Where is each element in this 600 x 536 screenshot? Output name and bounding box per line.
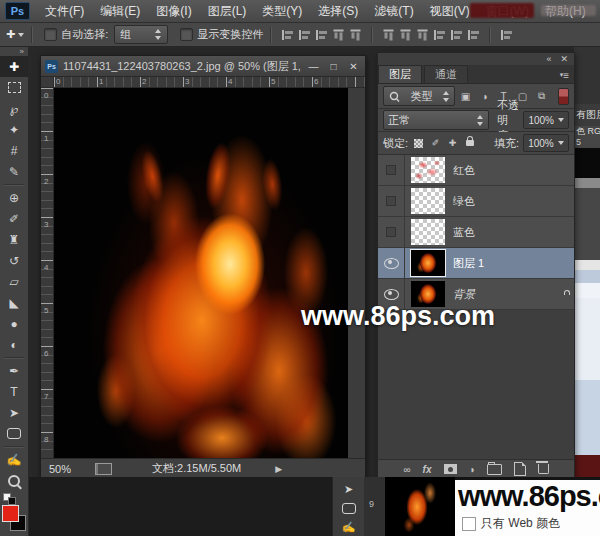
filter-pixel-layers-icon[interactable]: ▣ bbox=[457, 88, 474, 104]
hand-tool[interactable]: ✍ bbox=[0, 449, 28, 470]
align-right-edges-icon[interactable] bbox=[315, 29, 328, 41]
panel-menu-icon[interactable]: ▾≡ bbox=[560, 67, 569, 83]
filter-smart-objects-icon[interactable]: ⧉ bbox=[533, 88, 550, 104]
layer-thumbnail[interactable] bbox=[411, 157, 445, 183]
lasso-tool[interactable]: ℘ bbox=[0, 98, 28, 119]
pen-tool[interactable]: ✒ bbox=[0, 360, 28, 381]
tool-preset-caret-icon[interactable] bbox=[18, 33, 24, 37]
layer-name[interactable]: 蓝色 bbox=[453, 225, 574, 240]
align-bottom-edges-icon[interactable] bbox=[383, 28, 395, 41]
new-group-icon[interactable] bbox=[487, 464, 502, 475]
move-tool-preset-icon[interactable]: ✚ bbox=[6, 28, 15, 41]
move-tool[interactable]: ✚ bbox=[0, 56, 28, 77]
brush-tool[interactable]: ✐ bbox=[0, 208, 28, 229]
filter-toggle-switch[interactable] bbox=[558, 88, 569, 105]
document-title-bar[interactable]: Ps 11074431_122403780263_2.jpg @ 50% (图层… bbox=[41, 56, 365, 77]
adjustment-layer-icon[interactable]: ◑ bbox=[469, 464, 475, 475]
auto-select-checkbox[interactable] bbox=[44, 28, 57, 41]
move-icon: ✚ bbox=[9, 60, 19, 74]
web-colors-checkbox[interactable] bbox=[462, 517, 476, 531]
lock-transparency-icon[interactable] bbox=[412, 137, 425, 150]
visibility-toggle[interactable] bbox=[378, 155, 405, 185]
align-h-centers-icon[interactable] bbox=[298, 29, 311, 41]
visibility-toggle[interactable] bbox=[378, 248, 405, 278]
distribute-top-icon[interactable] bbox=[400, 28, 412, 41]
lock-all-icon[interactable] bbox=[463, 137, 476, 150]
maximize-button[interactable]: □ bbox=[326, 61, 341, 72]
status-options-arrow-icon[interactable]: ▶ bbox=[275, 464, 282, 474]
add-mask-icon[interactable] bbox=[444, 464, 457, 474]
menu-edit[interactable]: 编辑(E) bbox=[92, 0, 148, 22]
history-brush-tool[interactable]: ↺ bbox=[0, 250, 28, 271]
distribute-right-icon[interactable] bbox=[467, 29, 480, 41]
toolbar-collapse-icon[interactable]: » bbox=[20, 47, 28, 56]
minimize-button[interactable]: — bbox=[306, 61, 321, 72]
distribute-h-centers-icon[interactable] bbox=[450, 29, 463, 41]
healing-brush-tool[interactable]: ⊕ bbox=[0, 187, 28, 208]
distribute-v-centers-icon[interactable] bbox=[417, 28, 429, 41]
layer-name[interactable]: 图层 1 bbox=[453, 256, 574, 271]
blur-tool[interactable]: ● bbox=[0, 313, 28, 334]
gradient-tool[interactable]: ◣ bbox=[0, 292, 28, 313]
panel-close-icon[interactable]: ✕ bbox=[560, 54, 568, 65]
menu-image[interactable]: 图像(I) bbox=[148, 0, 199, 22]
layer-row-blue[interactable]: 蓝色 bbox=[378, 217, 574, 248]
align-top-edges-icon[interactable] bbox=[333, 28, 345, 41]
menu-select[interactable]: 选择(S) bbox=[310, 0, 366, 22]
tab-layers[interactable]: 图层 bbox=[378, 65, 422, 83]
layer-name[interactable]: 背景 bbox=[453, 287, 563, 302]
show-transform-checkbox[interactable] bbox=[180, 28, 193, 41]
distribute-left-icon[interactable] bbox=[433, 29, 446, 41]
lock-pixels-icon[interactable]: ✐ bbox=[429, 137, 442, 150]
shape-tool[interactable] bbox=[0, 423, 28, 444]
visibility-toggle[interactable] bbox=[378, 186, 405, 216]
eyedropper-tool[interactable]: ✎ bbox=[0, 161, 28, 182]
fill-field[interactable]: 100% bbox=[523, 134, 569, 152]
default-colors-icon[interactable] bbox=[8, 497, 16, 505]
menu-filter[interactable]: 滤镜(T) bbox=[366, 0, 421, 22]
eraser-tool[interactable]: ▱ bbox=[0, 271, 28, 292]
layer-thumbnail[interactable] bbox=[411, 219, 445, 245]
opacity-field[interactable]: 100% bbox=[523, 111, 569, 129]
fire-photo[interactable] bbox=[54, 88, 348, 459]
tab-channels[interactable]: 通道 bbox=[424, 65, 468, 83]
canvas-area[interactable] bbox=[54, 88, 365, 459]
marquee-tool[interactable] bbox=[0, 77, 28, 98]
background-window-fragment bbox=[574, 148, 600, 178]
layer-thumbnail[interactable] bbox=[411, 188, 445, 214]
layer-name[interactable]: 红色 bbox=[453, 163, 574, 178]
layer-style-icon[interactable]: fx bbox=[423, 464, 432, 475]
filter-adjustment-layers-icon[interactable]: ◑ bbox=[476, 88, 493, 104]
close-button[interactable]: ✕ bbox=[346, 61, 361, 72]
menu-type[interactable]: 类型(Y) bbox=[254, 0, 310, 22]
layer-row-green[interactable]: 绿色 bbox=[378, 186, 574, 217]
auto-select-dropdown[interactable]: 组 bbox=[114, 25, 168, 44]
menu-file[interactable]: 文件(F) bbox=[37, 0, 92, 22]
type-tool[interactable]: T bbox=[0, 381, 28, 402]
3d-mode-icon[interactable] bbox=[500, 29, 513, 41]
foreground-color-swatch[interactable] bbox=[2, 505, 19, 522]
zoom-tool[interactable] bbox=[0, 470, 28, 491]
zoom-level-field[interactable]: 50% bbox=[49, 463, 83, 475]
visibility-toggle[interactable] bbox=[378, 217, 405, 247]
lock-position-icon[interactable]: ✚ bbox=[446, 137, 459, 150]
updown-arrows-icon bbox=[155, 29, 162, 40]
quick-selection-tool[interactable]: ✦ bbox=[0, 119, 28, 140]
new-layer-icon[interactable] bbox=[514, 462, 526, 476]
clone-stamp-tool[interactable]: ♜ bbox=[0, 229, 28, 250]
path-selection-tool[interactable]: ➤ bbox=[0, 402, 28, 423]
layer-row-red[interactable]: 红色 bbox=[378, 155, 574, 186]
layer-name[interactable]: 绿色 bbox=[453, 194, 574, 209]
filter-type-dropdown[interactable]: 类型 bbox=[383, 86, 455, 106]
layer-row-layer1[interactable]: 图层 1 bbox=[378, 248, 574, 279]
layer-thumbnail[interactable] bbox=[411, 250, 445, 276]
menu-layer[interactable]: 图层(L) bbox=[200, 0, 255, 22]
crop-tool[interactable]: # bbox=[0, 140, 28, 161]
dodge-tool[interactable]: ◐ bbox=[0, 334, 28, 355]
align-left-edges-icon[interactable] bbox=[281, 29, 294, 41]
blend-mode-dropdown[interactable]: 正常 bbox=[383, 110, 489, 130]
dock-collapse-icon[interactable]: « bbox=[546, 54, 551, 65]
link-layers-icon[interactable]: ∞ bbox=[403, 464, 410, 475]
align-v-centers-icon[interactable] bbox=[350, 28, 362, 41]
delete-layer-icon[interactable] bbox=[538, 464, 549, 474]
